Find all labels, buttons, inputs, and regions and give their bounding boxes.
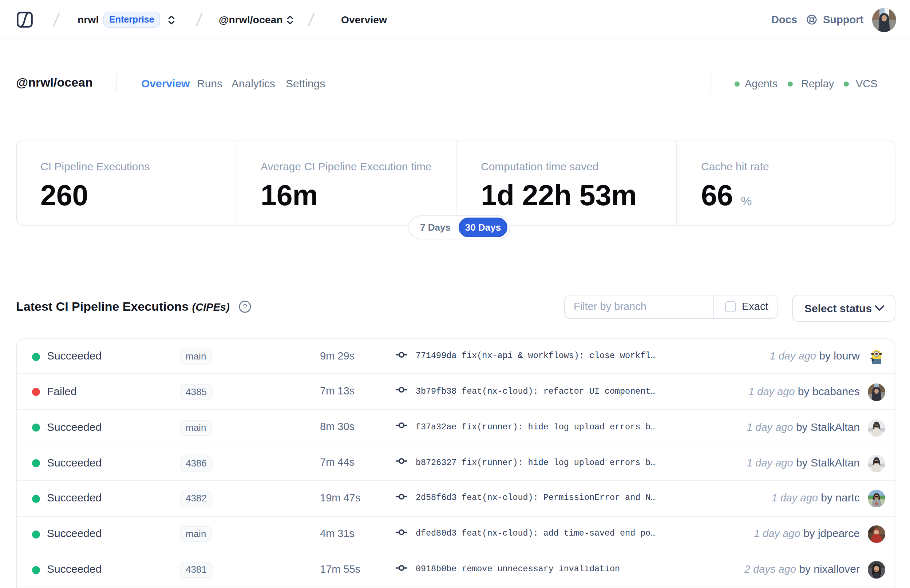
svg-text:?: ? (243, 302, 247, 311)
